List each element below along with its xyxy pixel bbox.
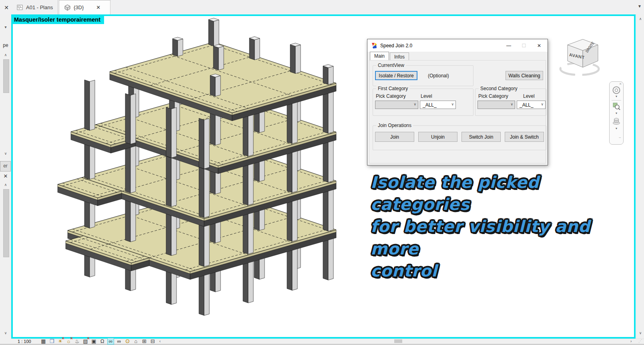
group-label: First Category (376, 86, 409, 91)
glyph: Ω (100, 338, 104, 344)
close-view-icon[interactable]: ✕ (2, 4, 10, 12)
vertical-scrollbar[interactable]: ∧ ∨ (636, 14, 644, 339)
glyph: ∞ (109, 338, 112, 344)
rendering-dialog-icon[interactable]: ♨ (74, 338, 80, 345)
speed-join-dialog: Speed Join 2.0 — ☐ ✕ Main Infos CurrentV… (367, 39, 548, 165)
group-label: Second Category (479, 86, 519, 91)
scrollbar-thumb[interactable] (3, 189, 9, 257)
scroll-down-icon[interactable]: ∨ (636, 331, 644, 335)
join-button[interactable]: Join (375, 132, 414, 142)
pick-category-label: Pick Category (376, 93, 406, 99)
glyph: ❒ (50, 338, 54, 344)
reveal-constraints-icon[interactable]: ⊟ (149, 338, 156, 345)
crop-region-icon[interactable]: ▣ (90, 338, 97, 345)
second-level-select[interactable]: _ALL_ ∨ (517, 101, 546, 109)
sun-path-icon[interactable]: ☀✕ (57, 338, 64, 345)
scrollbar-thumb[interactable] (3, 59, 9, 93)
zoom-icon[interactable] (613, 103, 620, 110)
truncated-button[interactable]: er (0, 161, 11, 171)
reveal-hidden-elements-icon[interactable]: ∞ (116, 338, 122, 345)
crop-view-icon[interactable]: ▧✕ (82, 338, 89, 345)
navbar-collapse-icon[interactable]: − (613, 135, 627, 140)
close-palette-icon[interactable]: ✕ (0, 173, 11, 179)
shadows-icon[interactable]: ☼✕ (65, 338, 72, 345)
first-level-select[interactable]: _ALL_ ∨ (420, 101, 456, 109)
combo-value: _ALL_ (423, 102, 437, 108)
navbar-divider (612, 100, 621, 101)
optional-label: (Optional) (428, 73, 449, 79)
chevron-down-icon: ∨ (510, 102, 513, 106)
properties-truncated-label: pe (0, 42, 11, 48)
marketing-caption: Isolate the picked categories for better… (371, 171, 611, 282)
tab-a01-plans[interactable]: A01 - Plans (12, 0, 58, 14)
zoom-options-caret-icon[interactable]: ▾ (610, 111, 623, 115)
tab-label: A01 - Plans (26, 4, 53, 10)
resize-grip-icon[interactable]: ⋰ (638, 339, 642, 343)
speed-join-logo-icon (371, 42, 377, 49)
orbit-options-caret-icon[interactable]: ▾ (610, 127, 623, 130)
pick-category-label: Pick Category (478, 93, 508, 99)
walls-cleaning-button[interactable]: Walls Cleaning (506, 71, 543, 80)
glyph: ▦ (41, 338, 46, 344)
view-scale-button[interactable]: 1 : 100 (15, 339, 34, 344)
second-pick-category-select[interactable]: ∨ (477, 101, 515, 109)
off-marker: ✕ (87, 337, 90, 340)
tab-3d-view[interactable]: {3D} ✕ (59, 0, 110, 14)
analytical-model-icon[interactable]: ⌂ (132, 338, 139, 345)
level-label: Level (523, 93, 535, 99)
unjoin-button[interactable]: Unjoin (418, 132, 457, 142)
scroll-up-icon[interactable]: ∧ (0, 183, 11, 187)
caption-line: Isolate the picked categories (371, 171, 611, 216)
dialog-title: Speed Join 2.0 (380, 43, 412, 48)
detail-level-icon[interactable]: ▦ (40, 338, 47, 345)
displacement-sets-icon[interactable]: ⊞ (141, 338, 148, 345)
tab-label: {3D} (74, 4, 84, 10)
temporary-view-properties-icon[interactable]: ʘ (124, 338, 131, 345)
3d-view-icon (64, 4, 71, 11)
off-marker: ✕ (70, 337, 73, 340)
properties-caret-icon[interactable]: ▾ (0, 25, 11, 29)
tab-list-icon[interactable]: ▼ (636, 4, 643, 10)
chevron-down-icon: ∨ (541, 102, 544, 106)
view-tab-bar: ✕ A01 - Plans {3D} ✕ ▼ (0, 0, 644, 15)
glyph: ▣ (91, 338, 96, 344)
minimize-icon[interactable]: — (501, 39, 516, 52)
viewcube[interactable]: AVANT DROITE (557, 35, 607, 78)
tab-infos[interactable]: Infos (390, 52, 409, 61)
scroll-down-icon[interactable]: ∨ (0, 151, 11, 155)
orbit-icon[interactable] (612, 117, 620, 125)
temporary-hide-isolate-icon[interactable]: ∞ (107, 338, 114, 345)
steering-wheel-icon[interactable] (612, 86, 620, 94)
navigation-bar: ✕ ▾ ▾ ▾ − (609, 81, 624, 145)
dialog-titlebar[interactable]: Speed Join 2.0 — ☐ ✕ (367, 39, 548, 52)
close-tab-icon[interactable]: ✕ (96, 4, 100, 10)
glyph: ⊞ (142, 338, 146, 344)
first-pick-category-select[interactable]: ∨ (375, 101, 418, 109)
glyph: ʘ (125, 338, 129, 344)
hscroll-left-icon[interactable]: ‹ (159, 339, 160, 343)
glyph: ∞ (117, 338, 121, 344)
off-marker: ✕ (62, 337, 64, 340)
close-icon[interactable]: ✕ (532, 39, 547, 52)
wheel-options-caret-icon[interactable]: ▾ (610, 95, 623, 98)
floor-plan-icon (17, 4, 23, 10)
scroll-up-icon[interactable]: ∧ (636, 17, 644, 21)
tab-main[interactable]: Main (370, 52, 389, 61)
hscroll-thumb[interactable] (394, 339, 402, 343)
switch-join-button[interactable]: Switch Join (461, 132, 501, 142)
caption-line: control (371, 260, 611, 282)
level-label: Level (421, 93, 432, 99)
dialog-body: CurrentView Isolate / Restore (Optional)… (369, 60, 546, 163)
dialog-tabstrip: Main Infos (370, 52, 410, 61)
scroll-up-icon[interactable]: ∧ (0, 53, 11, 57)
navbar-close-icon[interactable]: ✕ (614, 82, 627, 86)
visual-style-icon[interactable]: ❒ (48, 338, 55, 345)
scroll-down-icon[interactable]: ∨ (0, 331, 11, 335)
lock-3d-view-icon[interactable]: Ω (99, 338, 106, 345)
join-and-switch-button[interactable]: Join & Switch (505, 132, 544, 142)
hscroll-right-icon[interactable]: › (630, 339, 632, 343)
chevron-down-icon: ∨ (451, 102, 454, 106)
isolate-restore-button[interactable]: Isolate / Restore (375, 71, 417, 80)
combo-value: _ALL_ (520, 102, 534, 108)
group-label: Join Operations (376, 123, 413, 128)
